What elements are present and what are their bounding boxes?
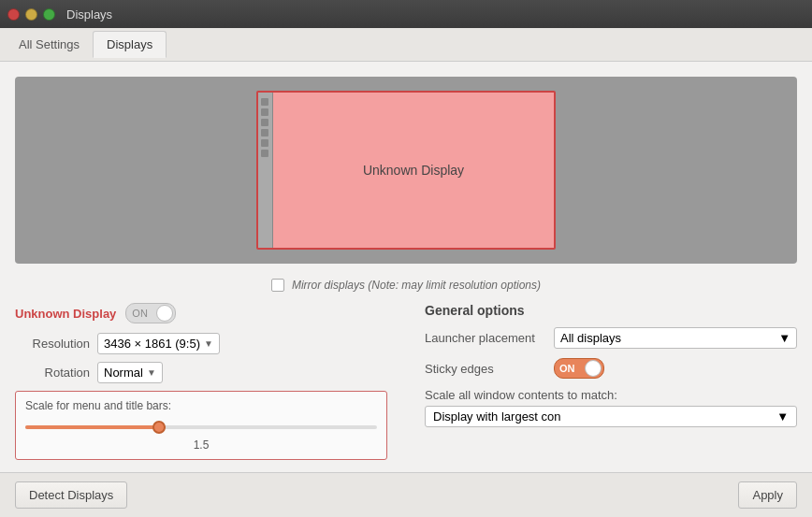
minimize-button[interactable] bbox=[25, 8, 37, 21]
sticky-edges-row: Sticky edges ON bbox=[425, 358, 797, 379]
sidebar-dot bbox=[261, 108, 268, 116]
scale-match-arrow-icon: ▼ bbox=[776, 409, 789, 424]
slider-thumb[interactable] bbox=[152, 421, 166, 434]
rotation-value: Normal bbox=[104, 366, 143, 380]
apply-button[interactable]: Apply bbox=[738, 481, 797, 509]
resolution-arrow-icon: ▼ bbox=[204, 338, 213, 349]
resolution-row: Resolution 3436 × 1861 (9:5) ▼ bbox=[15, 333, 387, 354]
detect-displays-button[interactable]: Detect Displays bbox=[15, 481, 127, 509]
tab-all-settings[interactable]: All Settings bbox=[6, 32, 93, 57]
resolution-value: 3436 × 1861 (9:5) bbox=[104, 337, 200, 351]
launcher-select[interactable]: All displays ▼ bbox=[554, 327, 797, 349]
rotation-row: Rotation Normal ▼ bbox=[15, 362, 387, 383]
mirror-row: Mirror displays (Note: may limit resolut… bbox=[15, 279, 797, 292]
tabbar: All Settings Displays bbox=[0, 28, 812, 62]
close-button[interactable] bbox=[7, 8, 20, 21]
launcher-arrow-icon: ▼ bbox=[778, 331, 790, 345]
launcher-value: All displays bbox=[560, 331, 621, 345]
main-content: Unknown Display Mirror displays (Note: m… bbox=[0, 62, 812, 472]
display-sidebar bbox=[258, 93, 273, 248]
scale-match-value: Display with largest con bbox=[433, 409, 561, 424]
maximize-button[interactable] bbox=[43, 8, 55, 21]
toggle-knob bbox=[156, 305, 173, 322]
sidebar-dot bbox=[261, 98, 268, 106]
slider-fill bbox=[25, 425, 166, 429]
launcher-label: Launcher placement bbox=[425, 331, 546, 345]
rotation-label: Rotation bbox=[15, 366, 90, 380]
sticky-edges-label: Sticky edges bbox=[425, 362, 546, 376]
sticky-on-text: ON bbox=[555, 363, 575, 374]
rotation-select[interactable]: Normal ▼ bbox=[97, 362, 163, 383]
tab-displays[interactable]: Displays bbox=[93, 31, 167, 58]
mirror-checkbox[interactable] bbox=[271, 279, 284, 292]
display-preview-area: Unknown Display bbox=[15, 77, 797, 264]
right-panel: General options Launcher placement All d… bbox=[425, 303, 797, 460]
sidebar-dot bbox=[261, 119, 268, 126]
sticky-edges-toggle[interactable]: ON bbox=[554, 358, 604, 379]
mirror-label: Mirror displays (Note: may limit resolut… bbox=[292, 279, 541, 292]
display-box[interactable]: Unknown Display bbox=[256, 91, 556, 250]
toggle-off-text: ON bbox=[126, 308, 148, 319]
sticky-on-knob bbox=[585, 360, 602, 377]
display-toggle[interactable]: ON bbox=[125, 303, 176, 323]
sidebar-dot bbox=[261, 139, 268, 147]
display-name-row: Unknown Display ON bbox=[15, 303, 387, 323]
sidebar-dot bbox=[261, 129, 268, 136]
scale-box: Scale for menu and title bars: 1.5 bbox=[15, 391, 387, 460]
titlebar: Displays bbox=[0, 0, 812, 28]
display-name-label: Unknown Display bbox=[15, 307, 116, 321]
scale-title: Scale for menu and title bars: bbox=[25, 399, 377, 412]
launcher-row: Launcher placement All displays ▼ bbox=[425, 327, 797, 349]
settings-row: Unknown Display ON Resolution 3436 × 186… bbox=[15, 303, 797, 460]
scale-match-label: Scale all window contents to match: bbox=[425, 388, 797, 402]
bottom-bar: Detect Displays Apply bbox=[0, 472, 812, 517]
window-title: Displays bbox=[66, 7, 112, 22]
scale-match-select[interactable]: Display with largest con ▼ bbox=[425, 406, 797, 427]
display-name-preview: Unknown Display bbox=[363, 163, 464, 178]
general-options-title: General options bbox=[425, 303, 797, 318]
resolution-select[interactable]: 3436 × 1861 (9:5) ▼ bbox=[97, 333, 220, 354]
scale-value: 1.5 bbox=[25, 438, 377, 452]
resolution-label: Resolution bbox=[15, 337, 90, 351]
rotation-arrow-icon: ▼ bbox=[147, 367, 156, 378]
slider-track bbox=[25, 425, 377, 429]
sidebar-dot bbox=[261, 150, 268, 157]
scale-slider[interactable] bbox=[25, 418, 377, 437]
left-panel: Unknown Display ON Resolution 3436 × 186… bbox=[15, 303, 387, 460]
